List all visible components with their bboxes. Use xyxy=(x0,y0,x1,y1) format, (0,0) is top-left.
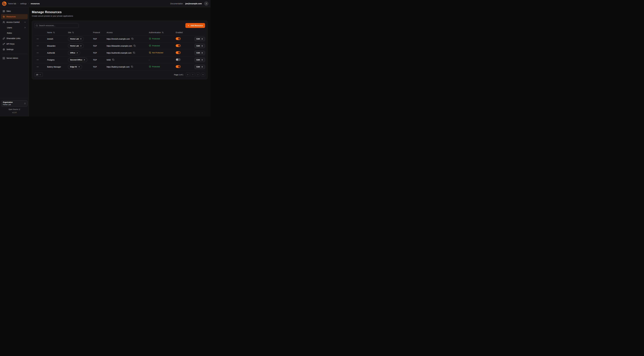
sidebar-item-label: Shareable Links xyxy=(6,37,20,40)
grid-icon xyxy=(3,10,5,12)
auth-status-label: - xyxy=(149,59,150,61)
sidebar-item-label: Settings xyxy=(6,48,14,50)
table-footer: 20 Page 1 of 1 xyxy=(34,72,205,77)
main-content: Manage Resources Create secure proxies t… xyxy=(29,7,210,116)
site-link[interactable]: Office xyxy=(68,51,80,55)
sidebar-item-label: API Keys xyxy=(6,43,14,45)
resources-table: Name Site Protocol Access xyxy=(34,30,205,70)
chevrons-left-icon xyxy=(187,74,188,76)
resource-protocol: TCP xyxy=(93,59,106,61)
row-menu-button[interactable] xyxy=(36,65,40,68)
sidebar-item-label: Users xyxy=(7,26,12,29)
site-link[interactable]: Edge 01 xyxy=(68,65,82,69)
sort-icon xyxy=(53,32,55,34)
auth-status: - xyxy=(149,59,150,61)
arrow-right-icon xyxy=(201,52,203,54)
add-resource-button[interactable]: Add Resource xyxy=(186,23,205,28)
org-selector[interactable]: Organization Home Lab xyxy=(1,100,28,106)
copy-icon[interactable] xyxy=(132,38,134,40)
site-link[interactable]: Home Lab xyxy=(68,37,84,41)
sidebar-item-users[interactable]: Users xyxy=(1,25,28,30)
gear-icon xyxy=(3,48,5,50)
chevron-right-icon xyxy=(24,26,26,28)
sidebar-item-settings[interactable]: Settings xyxy=(1,47,28,52)
site-name: Office xyxy=(70,52,75,54)
pagination: Page 1 of 1 xyxy=(174,72,205,77)
app-logo-icon[interactable] xyxy=(2,2,6,6)
sidebar-item-shareable-links[interactable]: Shareable Links xyxy=(1,36,28,41)
edit-button[interactable]: Edit xyxy=(194,37,205,41)
add-resource-label: Add Resource xyxy=(190,24,203,26)
site-name: Home Lab xyxy=(70,45,79,47)
copy-icon[interactable] xyxy=(112,59,115,61)
enabled-toggle[interactable] xyxy=(176,51,180,54)
row-menu-button[interactable] xyxy=(36,38,40,40)
prev-page-button[interactable] xyxy=(191,72,195,77)
edit-button-label: Edit xyxy=(196,38,200,40)
sidebar-item-roles[interactable]: Roles xyxy=(1,30,28,36)
copy-icon[interactable] xyxy=(131,66,134,68)
avatar-initial: J xyxy=(206,2,207,4)
resource-protocol: TCP xyxy=(93,38,106,40)
site-link[interactable]: Second Office xyxy=(68,58,87,62)
documentation-link[interactable]: Documentation xyxy=(170,2,183,5)
top-header: home-lab settings resources Documentatio… xyxy=(0,0,210,7)
edit-button[interactable]: Edit xyxy=(194,58,205,62)
enabled-toggle[interactable] xyxy=(176,37,180,40)
edit-button[interactable]: Edit xyxy=(194,44,205,48)
sidebar-item-resources[interactable]: Resources xyxy=(1,14,28,19)
column-label: Enabled xyxy=(176,32,182,34)
sidebar-item-sites[interactable]: Sites xyxy=(1,8,28,14)
copy-icon[interactable] xyxy=(134,45,136,47)
plus-icon xyxy=(188,24,190,26)
chevron-down-icon xyxy=(24,21,26,23)
resource-name: Immich xyxy=(47,38,68,40)
external-link-arrow-icon xyxy=(76,52,78,54)
enabled-toggle[interactable] xyxy=(176,65,180,68)
column-header-name[interactable]: Name xyxy=(47,32,68,34)
enabled-toggle[interactable] xyxy=(176,58,180,61)
external-link-arrow-icon xyxy=(78,66,80,68)
breadcrumb-settings[interactable]: settings xyxy=(20,2,26,5)
last-page-button[interactable] xyxy=(201,72,205,77)
sidebar-item-api-keys[interactable]: API Keys xyxy=(1,41,28,46)
external-link-arrow-icon xyxy=(84,59,85,61)
user-avatar[interactable]: J xyxy=(204,2,208,6)
chevron-right-icon xyxy=(17,3,19,4)
site-link[interactable]: Home Lab xyxy=(68,44,84,48)
sidebar-item-access-control[interactable]: Access Control xyxy=(1,20,28,25)
row-menu-button[interactable] xyxy=(36,44,40,48)
shield-off-icon xyxy=(149,52,151,54)
sidebar-footer: Organization Home Lab Open Source v1.3.0 xyxy=(0,98,29,116)
search-input[interactable] xyxy=(34,23,79,28)
sidebar-item-label: Access Control xyxy=(6,21,20,23)
row-menu-button[interactable] xyxy=(36,58,40,61)
column-label: Name xyxy=(47,32,52,34)
column-header-authentication[interactable]: Authentication xyxy=(149,32,176,34)
sidebar-item-server-admin[interactable]: Server Admin xyxy=(1,56,28,61)
server-icon xyxy=(3,57,5,59)
enabled-toggle[interactable] xyxy=(176,44,180,47)
org-selector-label: Organization xyxy=(3,101,12,103)
breadcrumb-org[interactable]: home-lab xyxy=(8,2,16,5)
page-size-select[interactable]: 20 xyxy=(34,72,43,77)
open-source-link[interactable]: Open Source xyxy=(1,108,28,110)
open-source-label: Open Source xyxy=(8,108,18,110)
resource-protocol: TCP xyxy=(93,66,106,68)
sidebar-item-label: Resources xyxy=(6,16,16,18)
column-header-site[interactable]: Site xyxy=(68,32,93,34)
link-icon xyxy=(3,37,5,40)
copy-icon[interactable] xyxy=(133,52,136,54)
external-link-arrow-icon xyxy=(80,45,82,47)
sort-icon xyxy=(162,32,164,34)
first-page-button[interactable] xyxy=(186,72,190,77)
arrow-right-icon xyxy=(201,38,203,40)
next-page-button[interactable] xyxy=(196,72,200,77)
auth-status-label: Not Protected xyxy=(152,52,163,54)
edit-button-label: Edit xyxy=(196,45,200,47)
edit-button[interactable]: Edit xyxy=(194,51,205,55)
app-root: home-lab settings resources Documentatio… xyxy=(0,0,210,116)
site-name: Second Office xyxy=(70,59,82,61)
row-menu-button[interactable] xyxy=(36,52,40,54)
edit-button[interactable]: Edit xyxy=(194,65,205,69)
